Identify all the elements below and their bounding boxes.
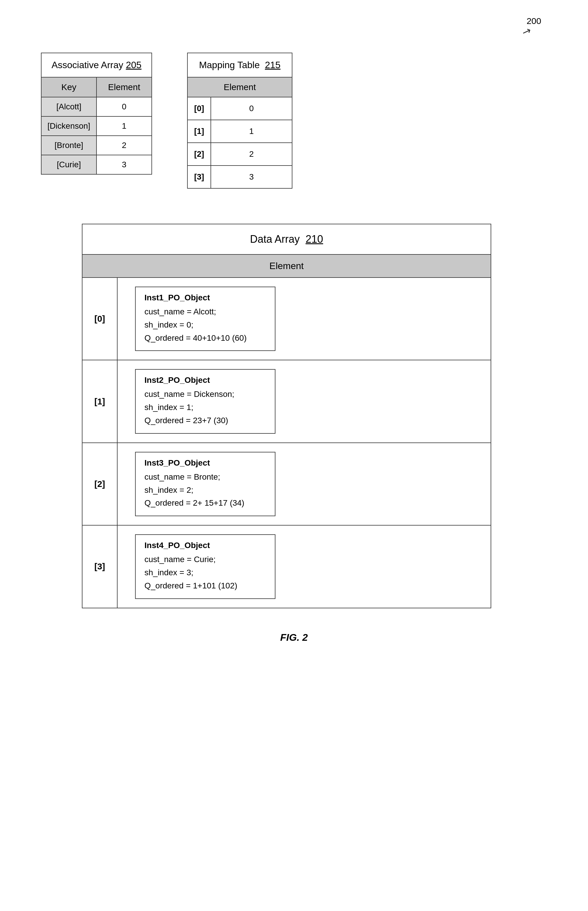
assoc-array-rows: [Alcott] 0 [Dickenson] 1 [Bronte] 2 [Cur… [42,97,152,174]
mapping-element-cell: 1 [211,120,292,142]
po-object-line: cust_name = Bronte; [144,470,266,484]
po-object-title: Inst1_PO_Object [144,293,266,302]
po-object-line: Q_ordered = 40+10+10 (60) [144,332,266,345]
po-object-box: Inst3_PO_Object cust_name = Bronte;sh_in… [135,452,275,516]
assoc-key-cell: [Alcott] [42,97,97,116]
figure-caption: FIG. 2 [23,632,565,643]
data-array-content: Inst2_PO_Object cust_name = Dickenson;sh… [118,360,491,442]
data-array-table: Data Array 210 Element [0] Inst1_PO_Obje… [82,224,491,608]
data-array-index: [2] [82,443,118,525]
data-array-row: [1] Inst2_PO_Object cust_name = Dickenso… [82,360,491,443]
mapping-data-row: [1] 1 [188,120,292,143]
assoc-data-row: [Dickenson] 1 [42,117,152,136]
mapping-table-title: Mapping Table 215 [188,53,292,78]
arrow-icon: ↙ [520,24,533,39]
mapping-index-cell: [3] [188,166,211,188]
mapping-element-cell: 3 [211,166,292,188]
data-array-index: [3] [82,525,118,607]
assoc-key-header: Key [42,78,97,97]
data-array-row: [2] Inst3_PO_Object cust_name = Bronte;s… [82,443,491,525]
data-array-header: Element [82,255,491,278]
data-array-rows: [0] Inst1_PO_Object cust_name = Alcott;s… [82,278,491,608]
po-object-line: Q_ordered = 2+ 15+17 (34) [144,497,266,510]
assoc-array-title: Associative Array 205 [42,53,152,78]
po-object-line: sh_index = 1; [144,401,266,414]
mapping-table-wrapper: Mapping Table 215 Element [0] 0 [1] 1 [2… [187,53,292,189]
po-object-box: Inst2_PO_Object cust_name = Dickenson;sh… [135,369,275,433]
mapping-data-row: [0] 0 [188,97,292,120]
mapping-header: Element [188,78,292,97]
page-container: 200 ↙ Associative Array 205 Key Element … [0,0,588,911]
po-object-line: cust_name = Alcott; [144,305,266,318]
po-object-box: Inst4_PO_Object cust_name = Curie;sh_ind… [135,534,275,599]
mapping-table-rows: [0] 0 [1] 1 [2] 2 [3] 3 [188,97,292,188]
data-array-content: Inst1_PO_Object cust_name = Alcott;sh_in… [118,278,491,360]
data-array-row: [3] Inst4_PO_Object cust_name = Curie;sh… [82,525,491,607]
assoc-data-row: [Alcott] 0 [42,97,152,117]
assoc-key-cell: [Curie] [42,155,97,174]
po-object-title: Inst3_PO_Object [144,458,266,468]
mapping-element-cell: 0 [211,97,292,120]
po-object-box: Inst1_PO_Object cust_name = Alcott;sh_in… [135,287,275,351]
assoc-element-cell: 1 [97,117,152,136]
assoc-array-table: Associative Array 205 Key Element [Alcot… [41,53,152,174]
data-array-content: Inst4_PO_Object cust_name = Curie;sh_ind… [118,525,491,607]
po-object-title: Inst2_PO_Object [144,376,266,385]
assoc-key-cell: [Dickenson] [42,117,97,136]
po-object-line: sh_index = 3; [144,566,266,579]
po-object-line: Q_ordered = 1+101 (102) [144,579,266,593]
mapping-element-cell: 2 [211,143,292,165]
assoc-element-header: Element [97,78,152,97]
po-object-line: sh_index = 0; [144,318,266,332]
data-array-row: [0] Inst1_PO_Object cust_name = Alcott;s… [82,278,491,360]
data-array-title: Data Array 210 [82,224,491,255]
po-object-line: cust_name = Curie; [144,553,266,566]
mapping-index-cell: [0] [188,97,211,120]
data-array-content: Inst3_PO_Object cust_name = Bronte;sh_in… [118,443,491,525]
mapping-index-cell: [2] [188,143,211,165]
mapping-data-row: [2] 2 [188,143,292,166]
data-array-index: [0] [82,278,118,360]
assoc-key-cell: [Bronte] [42,136,97,155]
mapping-index-cell: [1] [188,120,211,142]
mapping-data-row: [3] 3 [188,166,292,188]
assoc-element-cell: 3 [97,155,152,174]
diagram-label: 200 [527,16,541,26]
data-array-index: [1] [82,360,118,442]
assoc-element-cell: 2 [97,136,152,155]
po-object-title: Inst4_PO_Object [144,541,266,550]
assoc-element-cell: 0 [97,97,152,116]
data-array-section: Data Array 210 Element [0] Inst1_PO_Obje… [82,224,547,608]
mapping-table: Mapping Table 215 Element [0] 0 [1] 1 [2… [187,53,292,189]
top-section: Associative Array 205 Key Element [Alcot… [41,53,565,189]
assoc-data-row: [Curie] 3 [42,155,152,174]
po-object-line: sh_index = 2; [144,484,266,497]
assoc-array-header-row: Key Element [42,78,152,97]
assoc-data-row: [Bronte] 2 [42,136,152,155]
po-object-line: cust_name = Dickenson; [144,388,266,401]
po-object-line: Q_ordered = 23+7 (30) [144,414,266,427]
